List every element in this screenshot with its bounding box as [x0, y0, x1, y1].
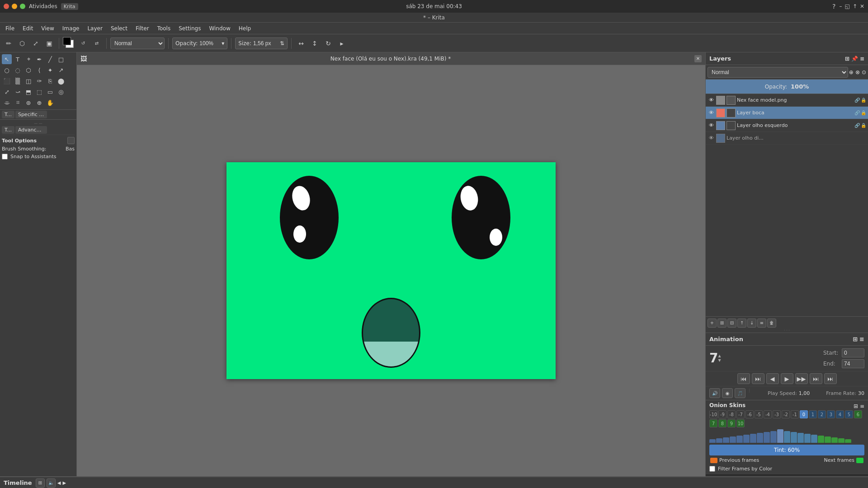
star-tool[interactable]: ✦ — [45, 65, 55, 75]
onion-num-1[interactable]: 1 — [809, 410, 817, 418]
onion-num--3[interactable]: -3 — [773, 410, 781, 418]
circle-tool[interactable]: ○ — [2, 65, 12, 75]
layers-blend-select[interactable]: Normal — [708, 67, 848, 78]
frame-spin-up[interactable]: ▲ — [718, 354, 721, 358]
magnetic-select[interactable]: ⊛ — [24, 98, 33, 108]
loop-btn[interactable]: 🔊 — [709, 388, 720, 398]
opacity-arrow[interactable]: ▾ — [222, 40, 224, 47]
move-up-btn[interactable]: ↑ — [737, 319, 746, 328]
anim-end-input[interactable] — [842, 359, 864, 368]
options-btn[interactable]: ▸ — [336, 38, 348, 49]
gradient-tool[interactable]: ▒ — [13, 76, 23, 86]
contiguous-select[interactable]: ⬚ — [34, 87, 44, 97]
close-icon[interactable]: ✕ — [860, 3, 864, 9]
vector-tool[interactable]: ⌖ — [24, 54, 33, 64]
timeline-audio-btn[interactable]: 🔈 — [47, 479, 56, 488]
layers-pin-icon[interactable]: 📌 — [851, 56, 858, 62]
layer-vis-3[interactable]: 👁 — [708, 122, 715, 129]
menu-image[interactable]: Image — [59, 24, 83, 33]
layer-vis-4[interactable]: 👁 — [708, 135, 715, 142]
layers-expand-icon[interactable]: ⊞ — [845, 56, 849, 62]
opacity-input[interactable] — [199, 40, 220, 47]
onion-num-8[interactable]: 8 — [718, 419, 726, 427]
menu-window[interactable]: Window — [205, 24, 234, 33]
layer-lock-icon-3[interactable]: 🔒 — [861, 123, 866, 128]
play-stop-btn[interactable]: ▶▶ — [795, 373, 808, 384]
path-tool[interactable]: ⟨ — [34, 65, 44, 75]
arrow-tool[interactable]: ↗ — [56, 65, 66, 75]
timeline-scroll-left[interactable]: ◀ — [57, 480, 61, 485]
layer-item-nex-face[interactable]: 👁 Nex face model.png 🔗 🔒 — [706, 94, 868, 107]
tool-fill-btn[interactable]: ▣ — [43, 38, 55, 49]
add-layer-btn[interactable]: + — [708, 319, 717, 328]
next-keyframe-btn[interactable]: ⏭ — [810, 373, 822, 384]
onion-num-10[interactable]: 10 — [736, 419, 745, 427]
menu-settings[interactable]: Settings — [175, 24, 204, 33]
layer-item-olho-dir[interactable]: 👁 Layer olho di... — [706, 132, 868, 145]
layers-icon2[interactable]: ⊗ — [855, 69, 860, 75]
clone-tool[interactable]: ⎘ — [45, 76, 55, 86]
audio-btn[interactable]: 🎵 — [735, 388, 745, 398]
onion-num-9[interactable]: 9 — [727, 419, 736, 427]
menu-edit[interactable]: Edit — [19, 24, 37, 33]
eraser-tool[interactable]: ◫ — [24, 76, 33, 86]
frame-spin-down[interactable]: ▼ — [718, 358, 721, 363]
layers-icon3[interactable]: ⊙ — [862, 69, 866, 75]
snap-checkbox[interactable] — [2, 154, 8, 160]
onion-num--2[interactable]: -2 — [782, 410, 790, 418]
group-layer-btn[interactable]: ⊞ — [717, 319, 726, 328]
timeline-add-btn[interactable]: ⊞ — [36, 479, 45, 488]
smart-patch-tool[interactable]: ⬤ — [56, 76, 66, 86]
onion-btn[interactable]: ◉ — [722, 388, 733, 398]
expand-icon[interactable]: ↑ — [853, 3, 857, 9]
reset-colors-btn[interactable]: ↺ — [77, 38, 89, 49]
canvas-close-btn[interactable]: ✕ — [694, 55, 702, 62]
filter-frames-checkbox[interactable] — [709, 466, 715, 472]
size-spin[interactable]: ⇅ — [280, 40, 284, 47]
poly-tool[interactable]: ⬡ — [24, 65, 33, 75]
selection-tool[interactable]: ↖ — [2, 54, 12, 64]
blend-mode-select[interactable]: Normal Multiply Screen — [110, 38, 165, 49]
layer-lock-icon-2[interactable]: 🔒 — [861, 110, 866, 115]
layer-item-olho-esq[interactable]: 👁 Layer olho esquerdo 🔗 🔒 — [706, 119, 868, 132]
skip-to-start-btn[interactable]: ⏮ — [737, 373, 750, 384]
pan-tool[interactable]: ✋ — [45, 98, 55, 108]
rotate-btn[interactable]: ↻ — [322, 38, 334, 49]
menu-select[interactable]: Select — [107, 24, 131, 33]
color-picker-tool[interactable]: ✑ — [34, 76, 44, 86]
layer-vis-1[interactable]: 👁 — [708, 97, 715, 104]
delete-layer-btn[interactable]: 🗑 — [767, 319, 776, 328]
play-btn[interactable]: ▶ — [781, 373, 793, 384]
layers-icon1[interactable]: ⊕ — [849, 69, 854, 75]
help-icon[interactable]: ? — [832, 3, 835, 10]
onion-num-0[interactable]: 0 — [800, 410, 808, 418]
tile-icon[interactable]: ◱ — [845, 3, 850, 9]
ellipse-tool[interactable]: ◌ — [13, 65, 23, 75]
ellipse-select[interactable]: ◎ — [56, 87, 66, 97]
skip-to-end-btn[interactable]: ⏭ — [824, 373, 837, 384]
zoom-tool[interactable]: ⊕ — [34, 98, 44, 108]
perspective-tool[interactable]: ⬒ — [24, 87, 33, 97]
menu-filter[interactable]: Filter — [132, 24, 153, 33]
onion-num--10[interactable]: -10 — [709, 410, 717, 418]
layer-pin-icon-3[interactable]: 🔗 — [854, 123, 860, 128]
maximize-button[interactable] — [20, 4, 25, 9]
onion-num--1[interactable]: -1 — [791, 410, 799, 418]
anim-overflow-icon[interactable]: ≡ — [859, 336, 864, 343]
minimize-button[interactable] — [12, 4, 17, 9]
anim-expand-icon[interactable]: ⊞ — [853, 336, 858, 343]
tool-tab-tooloptions[interactable]: T... — [2, 111, 14, 118]
tool-brush-btn[interactable]: ✏ — [3, 38, 14, 49]
onion-num-3[interactable]: 3 — [827, 410, 835, 418]
canvas-scrollable[interactable] — [77, 65, 705, 476]
freehand-select[interactable]: ⌯ — [2, 98, 12, 108]
menu-tools[interactable]: Tools — [154, 24, 175, 33]
rect-tool[interactable]: □ — [56, 54, 66, 64]
layer-pin-icon-1[interactable]: 🔗 — [854, 98, 860, 103]
flatten-btn[interactable]: ≡ — [757, 319, 766, 328]
freehand-tool[interactable]: ✒ — [34, 54, 44, 64]
onion-num-5[interactable]: 5 — [845, 410, 853, 418]
tool-tab-t[interactable]: T... — [2, 126, 14, 134]
close-button[interactable] — [4, 4, 9, 9]
onion-num--9[interactable]: -9 — [718, 410, 726, 418]
